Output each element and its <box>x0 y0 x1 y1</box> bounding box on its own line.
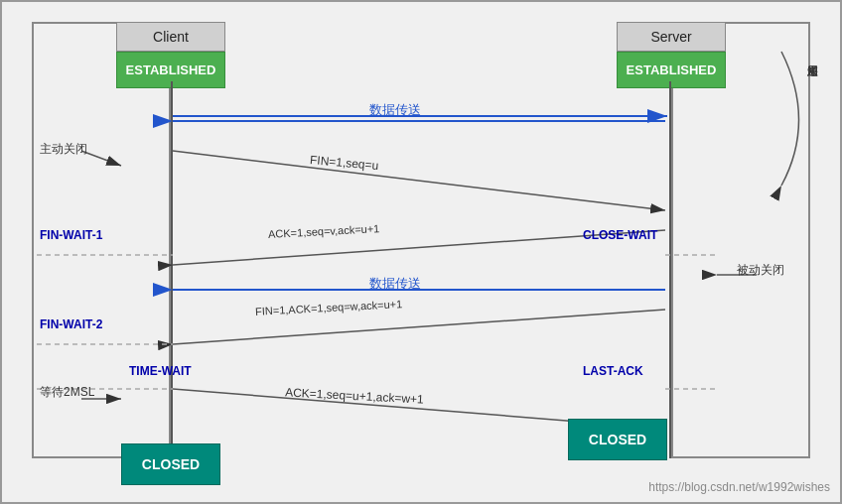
fin2-label: FIN=1,ACK=1,seq=w,ack=u+1 <box>255 298 403 317</box>
close-wait-label: CLOSE-WAIT <box>583 228 657 242</box>
data-transfer-2-label: 数据传送 <box>369 275 421 293</box>
client-closed-box: CLOSED <box>121 443 220 485</box>
time-wait-label: TIME-WAIT <box>129 364 192 378</box>
passive-close-label: 被动关闭 <box>737 262 784 279</box>
client-vertical-line <box>171 81 173 458</box>
server-established: ESTABLISHED <box>617 52 726 88</box>
ack1-label: ACK=1,seq=v,ack=u+1 <box>268 222 380 240</box>
client-box: Client ESTABLISHED <box>116 22 225 88</box>
server-box: Server ESTABLISHED <box>617 22 726 88</box>
svg-line-11 <box>173 310 665 344</box>
fin1-label: FIN=1,seq=u <box>310 153 379 173</box>
fin-wait-2-label: FIN-WAIT-2 <box>40 317 102 331</box>
last-ack-label: LAST-ACK <box>583 364 643 378</box>
watermark: https://blog.csdn.net/w1992wishes <box>648 480 830 494</box>
data-transfer-1-label: 数据传送 <box>369 101 421 119</box>
diagram-container: Client ESTABLISHED Server ESTABLISHED <box>0 0 842 504</box>
svg-line-8 <box>173 151 665 210</box>
server-closed-box: CLOSED <box>568 419 667 460</box>
server-header: Server <box>617 22 726 52</box>
wait-2msl-label: 等待2MSL <box>40 384 94 401</box>
client-header: Client <box>116 22 225 52</box>
ack2-label: ACK=1,seq=u+1,ack=w+1 <box>285 385 424 406</box>
notify-app-label: 通知应用层 <box>805 57 820 186</box>
active-close-label: 主动关闭 <box>40 141 87 158</box>
server-vertical-line <box>669 81 671 458</box>
fin-wait-1-label: FIN-WAIT-1 <box>40 228 102 242</box>
